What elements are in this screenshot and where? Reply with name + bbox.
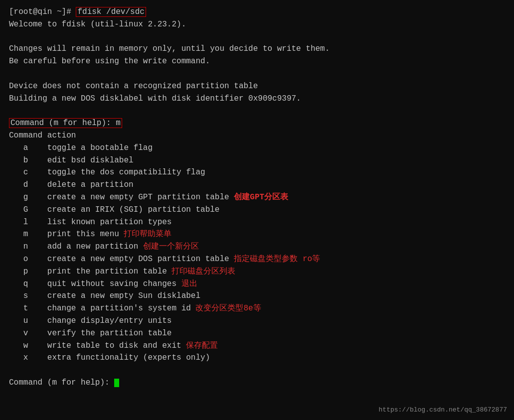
command-m-line: Command (m for help): m [9,117,505,130]
device-line-2: Building a new DOS disklabel with disk i… [9,93,505,105]
option-w: w write table to disk and exit 保存配置 [9,340,505,352]
annotation-w: 保存配置 [186,341,218,350]
option-n: n add a new partition 创建一个新分区 [9,241,505,253]
option-b: b edit bsd disklabel [9,154,505,167]
blank-line-2 [9,68,505,80]
command-action-line: Command action [9,130,505,142]
option-x: x extra functionality (experts only) [9,352,505,364]
final-prompt-line: Command (m for help): [9,377,505,389]
prompt-text: [root@qin ~]# [9,7,76,16]
final-prompt-text: Command (m for help): [9,378,114,387]
welcome-line: Welcome to fdisk (util-linux 2.23.2). [9,18,505,31]
option-o: o create a new empty DOS partition table… [9,253,505,266]
annotation-p: 打印磁盘分区列表 [171,267,235,276]
annotation-m: 打印帮助菜单 [124,230,171,239]
fdisk-command-box: fdisk /dev/sdc [76,7,146,17]
option-s: s create a new empty Sun disklabel [9,290,505,302]
option-d: d delete a partition [9,179,505,191]
annotation-g: 创建GPT分区表 [234,193,288,202]
annotation-o: 指定磁盘类型参数 ro等 [234,255,320,264]
option-t: t change a partition's system id 改变分区类型8… [9,302,505,315]
option-v: v verify the partition table [9,327,505,340]
option-l: l list known partition types [9,216,505,229]
terminal: [root@qin ~]# fdisk /dev/sdc Welcome to … [9,6,505,389]
cursor-block [114,379,119,387]
annotation-q: 退出 [181,280,197,288]
watermark-text: https://blog.csdn.net/qq_38672877 [379,405,507,415]
changes-line-1: Changes will remain in memory only, unti… [9,43,505,55]
device-line-1: Device does not contain a recognized par… [9,80,505,93]
annotation-t: 改变分区类型8e等 [195,304,261,313]
option-p: p print the partition table 打印磁盘分区列表 [9,266,505,278]
option-G: G create an IRIX (SGI) partition table [9,204,505,216]
option-q: q quit without saving changes 退出 [9,278,505,290]
blank-line-1 [9,31,505,43]
option-g: g create a new empty GPT partition table… [9,191,505,204]
option-c: c toggle the dos compatibility flag [9,166,505,179]
option-m: m print this menu 打印帮助菜单 [9,228,505,241]
blank-line-3 [9,105,505,117]
annotation-n: 创建一个新分区 [143,242,199,251]
option-u: u change display/entry units [9,315,505,327]
blank-line-4 [9,364,505,377]
prompt-line: [root@qin ~]# fdisk /dev/sdc [9,6,505,18]
command-m-box: Command (m for help): m [9,118,122,128]
changes-line-2: Be careful before using the write comman… [9,55,505,68]
option-a: a toggle a bootable flag [9,142,505,154]
